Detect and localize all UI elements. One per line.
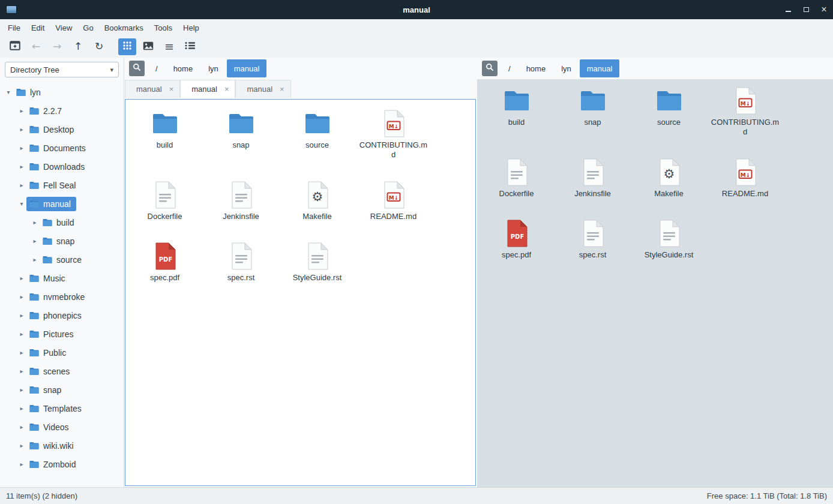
sidebar-mode-select[interactable]: Directory Tree ▾ <box>5 62 119 77</box>
close-tab-icon[interactable]: × <box>224 85 229 93</box>
chevron-right-icon[interactable]: ▸ <box>17 349 26 356</box>
chevron-right-icon[interactable]: ▸ <box>30 256 40 263</box>
menu-edit[interactable]: Edit <box>26 19 50 36</box>
file-readme-md[interactable]: M↓README.md <box>707 158 783 199</box>
file-build[interactable]: build <box>478 86 555 137</box>
file-styleguide-rst[interactable]: StyleGuide.rst <box>279 242 355 283</box>
chevron-right-icon[interactable]: ▸ <box>17 293 26 300</box>
tree-item-wiki-wiki[interactable]: ▸wiki.wiki <box>0 436 124 455</box>
file-contributing-md[interactable]: M↓CONTRIBUTING.md <box>355 109 432 160</box>
back-button[interactable]: ← <box>27 38 45 55</box>
breadcrumb-root[interactable]: / <box>148 59 165 77</box>
left-path-search-button[interactable] <box>129 61 145 76</box>
tab-manual-2[interactable]: manual× <box>235 80 290 98</box>
file-spec-pdf[interactable]: PDFspec.pdf <box>478 219 555 260</box>
chevron-right-icon[interactable]: ▸ <box>17 424 26 430</box>
compact-view-button[interactable]: ≡ <box>160 38 178 55</box>
tree-item-2-2-7[interactable]: ▸2.2.7 <box>0 101 124 120</box>
tree-item-snap[interactable]: ▸snap <box>0 380 124 399</box>
reload-button[interactable]: ↻ <box>90 38 108 55</box>
tree-item-scenes[interactable]: ▸scenes <box>0 362 124 380</box>
tree-item-videos[interactable]: ▸Videos <box>0 418 124 436</box>
chevron-right-icon[interactable]: ▸ <box>17 331 26 337</box>
file-contributing-md[interactable]: M↓CONTRIBUTING.md <box>707 86 783 137</box>
tree-item-source[interactable]: ▸source <box>0 250 124 269</box>
file-readme-md[interactable]: M↓README.md <box>355 181 432 221</box>
chevron-right-icon[interactable]: ▸ <box>17 275 26 281</box>
breadcrumb-home[interactable]: home <box>166 59 200 77</box>
tree-item-music[interactable]: ▸Music <box>0 269 124 287</box>
chevron-right-icon[interactable]: ▸ <box>17 163 26 170</box>
tree-item-zomboid[interactable]: ▸Zomboid <box>0 455 124 473</box>
tree-item-lyn[interactable]: ▾lyn <box>0 83 124 101</box>
tree-item-downloads[interactable]: ▸Downloads <box>0 157 124 176</box>
tree-item-phonepics[interactable]: ▸phonepics <box>0 306 124 325</box>
chevron-right-icon[interactable]: ▸ <box>17 461 26 467</box>
tree-item-public[interactable]: ▸Public <box>0 343 124 362</box>
tree-item-manual[interactable]: ▾manual <box>0 194 124 213</box>
file-snap[interactable]: snap <box>203 109 279 160</box>
chevron-right-icon[interactable]: ▸ <box>17 107 26 114</box>
tab-manual-0[interactable]: manual× <box>125 80 180 98</box>
breadcrumb-manual[interactable]: manual <box>227 59 267 77</box>
file-build[interactable]: build <box>127 109 203 160</box>
chevron-right-icon[interactable]: ▸ <box>17 442 26 449</box>
file-source[interactable]: source <box>631 86 707 137</box>
close-button[interactable]: × <box>815 0 833 19</box>
chevron-right-icon[interactable]: ▸ <box>17 386 26 393</box>
breadcrumb-root[interactable]: / <box>501 59 518 77</box>
up-button[interactable]: ↑ <box>69 38 87 55</box>
tab-manual-1[interactable]: manual× <box>180 80 235 98</box>
chevron-right-icon[interactable]: ▸ <box>17 405 26 412</box>
chevron-down-icon[interactable]: ▾ <box>4 89 13 95</box>
menu-go[interactable]: Go <box>77 19 98 36</box>
tree-item-desktop[interactable]: ▸Desktop <box>0 120 124 139</box>
breadcrumb-lyn[interactable]: lyn <box>201 59 226 77</box>
file-makefile[interactable]: ⚙Makefile <box>279 181 355 221</box>
chevron-down-icon[interactable]: ▾ <box>17 200 26 207</box>
left-file-view[interactable]: buildsnapsourceM↓CONTRIBUTING.mdDockerfi… <box>125 99 476 486</box>
tree-item-build[interactable]: ▸build <box>0 213 124 232</box>
new-tab-button[interactable] <box>6 38 24 55</box>
tree-item-pictures[interactable]: ▸Pictures <box>0 325 124 343</box>
minimize-button[interactable] <box>779 0 797 19</box>
file-spec-pdf[interactable]: PDFspec.pdf <box>127 242 203 283</box>
file-dockerfile[interactable]: Dockerfile <box>478 158 555 199</box>
right-path-search-button[interactable] <box>482 61 498 76</box>
file-jenkinsfile[interactable]: Jenkinsfile <box>203 181 279 221</box>
menu-file[interactable]: File <box>2 19 26 36</box>
file-snap[interactable]: snap <box>555 86 631 137</box>
tree-item-fell-seal[interactable]: ▸Fell Seal <box>0 176 124 194</box>
chevron-right-icon[interactable]: ▸ <box>17 126 26 133</box>
chevron-right-icon[interactable]: ▸ <box>30 238 40 244</box>
tree-item-snap[interactable]: ▸snap <box>0 232 124 250</box>
menu-bookmarks[interactable]: Bookmarks <box>99 19 149 36</box>
chevron-right-icon[interactable]: ▸ <box>17 312 26 319</box>
file-source[interactable]: source <box>279 109 355 160</box>
tree-item-nvmebroke[interactable]: ▸nvmebroke <box>0 287 124 306</box>
chevron-right-icon[interactable]: ▸ <box>17 368 26 374</box>
breadcrumb-lyn[interactable]: lyn <box>554 59 579 77</box>
file-spec-rst[interactable]: spec.rst <box>555 219 631 260</box>
tree-item-documents[interactable]: ▸Documents <box>0 139 124 157</box>
close-tab-icon[interactable]: × <box>280 85 284 93</box>
file-makefile[interactable]: ⚙Makefile <box>631 158 707 199</box>
file-styleguide-rst[interactable]: StyleGuide.rst <box>631 219 707 260</box>
right-file-view[interactable]: buildsnapsourceM↓CONTRIBUTING.mdDockerfi… <box>477 79 833 487</box>
maximize-button[interactable] <box>797 0 815 19</box>
breadcrumb-home[interactable]: home <box>519 59 553 77</box>
breadcrumb-manual[interactable]: manual <box>580 59 620 77</box>
menu-tools[interactable]: Tools <box>149 19 178 36</box>
forward-button[interactable]: → <box>48 38 66 55</box>
icon-view-button[interactable] <box>118 38 136 55</box>
file-jenkinsfile[interactable]: Jenkinsfile <box>555 158 631 199</box>
menu-view[interactable]: View <box>50 19 77 36</box>
thumbnail-view-button[interactable] <box>139 38 157 55</box>
file-dockerfile[interactable]: Dockerfile <box>127 181 203 221</box>
chevron-right-icon[interactable]: ▸ <box>30 219 40 226</box>
close-tab-icon[interactable]: × <box>169 85 174 93</box>
detailed-list-button[interactable] <box>181 38 199 55</box>
chevron-right-icon[interactable]: ▸ <box>17 145 26 151</box>
titlebar[interactable]: manual × <box>0 0 833 19</box>
file-spec-rst[interactable]: spec.rst <box>203 242 279 283</box>
